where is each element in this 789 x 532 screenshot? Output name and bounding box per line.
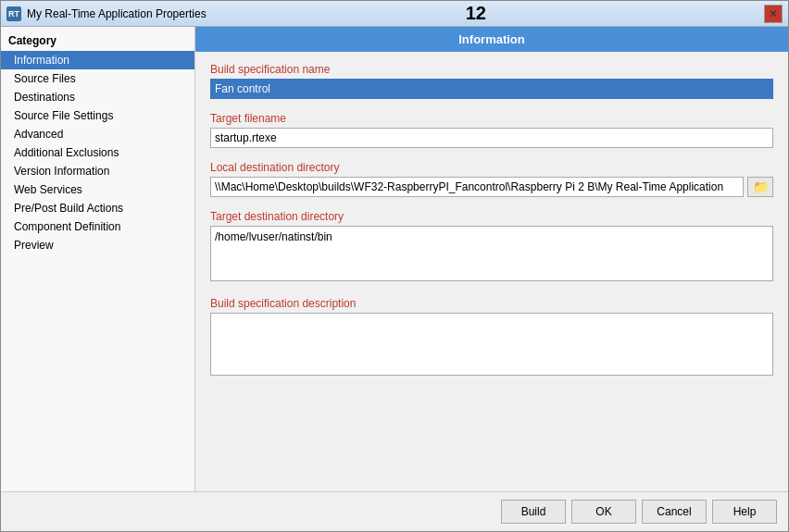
sidebar-item-web-services[interactable]: Web Services [1,180,194,199]
build-spec-desc-group: Build specification description [210,297,773,378]
sidebar-item-component-definition[interactable]: Component Definition [1,217,194,236]
ok-button[interactable]: OK [571,500,636,524]
target-filename-group: Target filename [210,112,773,148]
sidebar-item-advanced[interactable]: Advanced [1,125,194,143]
main-content: Information Build specification name Tar… [195,27,788,491]
build-spec-name-group: Build specification name [210,63,773,99]
sidebar-category-label: Category [1,31,194,51]
cancel-button[interactable]: Cancel [642,500,707,524]
local-dest-dir-row: 📁 [210,177,773,197]
build-spec-desc-label: Build specification description [210,297,773,310]
title-bar-number: 12 [466,3,486,24]
app-icon: RT [6,6,21,21]
sidebar-item-source-files[interactable]: Source Files [1,69,194,88]
dialog-window: RT My Real-Time Application Properties 1… [0,0,789,532]
dialog-body: Category Information Source Files Destin… [1,27,788,491]
build-spec-name-label: Build specification name [210,63,773,76]
local-dest-dir-label: Local destination directory [210,161,773,174]
title-bar-text: My Real-Time Application Properties [27,7,466,20]
target-dest-dir-input[interactable]: /home/lvuser/natinst/bin [210,226,773,281]
section-header: Information [195,27,788,52]
target-filename-label: Target filename [210,112,773,125]
build-spec-desc-input[interactable] [210,313,773,376]
local-dest-dir-group: Local destination directory 📁 [210,161,773,197]
target-dest-dir-label: Target destination directory [210,210,773,223]
folder-icon: 📁 [753,179,769,194]
title-bar: RT My Real-Time Application Properties 1… [1,1,788,27]
sidebar: Category Information Source Files Destin… [1,27,195,491]
sidebar-item-information[interactable]: Information [1,51,194,69]
sidebar-item-version-information[interactable]: Version Information [1,162,194,180]
sidebar-item-destinations[interactable]: Destinations [1,88,194,106]
sidebar-item-pre-post-build-actions[interactable]: Pre/Post Build Actions [1,199,194,217]
close-button[interactable]: ✕ [764,5,783,23]
target-filename-input[interactable] [210,128,773,148]
form-area: Build specification name Target filename… [195,52,788,491]
sidebar-item-preview[interactable]: Preview [1,236,194,254]
target-dest-dir-group: Target destination directory /home/lvuse… [210,210,773,284]
build-spec-name-input[interactable] [210,79,773,99]
sidebar-item-source-file-settings[interactable]: Source File Settings [1,106,194,125]
dialog-footer: Build OK Cancel Help [1,491,788,531]
help-button[interactable]: Help [712,500,777,524]
browse-button[interactable]: 📁 [747,177,773,197]
sidebar-item-additional-exclusions[interactable]: Additional Exclusions [1,143,194,162]
build-button[interactable]: Build [501,500,566,524]
local-dest-dir-input[interactable] [210,177,744,197]
